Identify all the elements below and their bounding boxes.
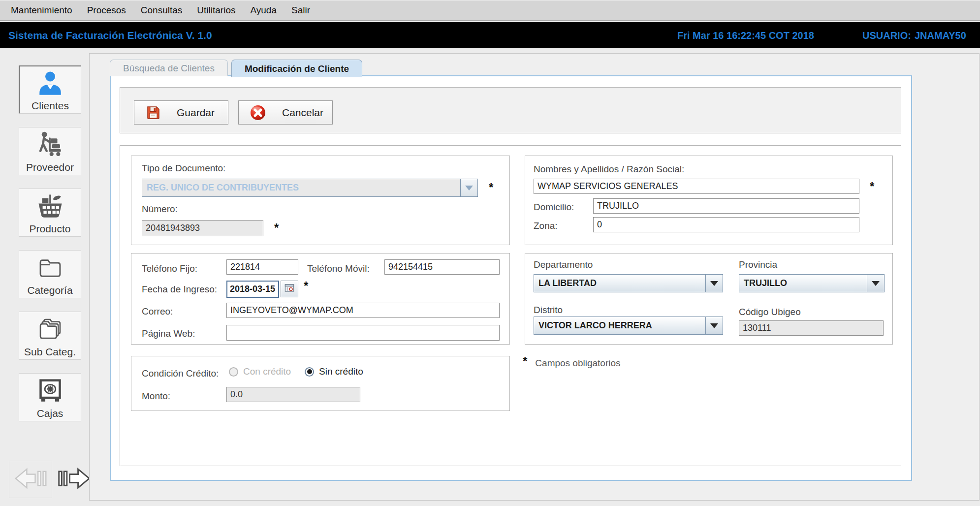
provincia-label: Provincia xyxy=(739,259,777,270)
nav-previous-button xyxy=(9,461,52,498)
radio-con-credito-label: Con crédito xyxy=(243,366,291,377)
monto-label: Monto: xyxy=(142,391,170,402)
distrito-value: VICTOR LARCO HERRERA xyxy=(534,317,705,334)
provincia-value: TRUJILLO xyxy=(739,275,867,292)
user-label: USUARIO: xyxy=(862,30,911,41)
telefono-fijo-field[interactable] xyxy=(226,259,298,275)
group-documento: Tipo de Documento: REG. UNICO DE CONTRIB… xyxy=(131,156,510,245)
codigo-ubigeo-label: Código Ubigeo xyxy=(739,307,801,317)
chevron-down-icon[interactable] xyxy=(705,275,723,292)
departamento-select[interactable]: LA LIBERTAD xyxy=(534,274,723,292)
condicion-credito-label: Condición Crédito: xyxy=(142,368,219,379)
correo-label: Correo: xyxy=(142,306,173,317)
group-identidad: Nombres y Apellidos / Razón Social: * Do… xyxy=(525,156,893,245)
required-asterisk: * xyxy=(489,181,493,194)
title-bar: Sistema de Facturación Electrónica V. 1.… xyxy=(0,22,980,48)
menu-item-ayuda[interactable]: Ayuda xyxy=(250,5,277,16)
correo-field[interactable] xyxy=(226,303,500,318)
sidebar-item-clientes[interactable]: Clientes xyxy=(19,65,81,114)
departamento-label: Departamento xyxy=(534,259,593,270)
sidebar-item-label: Sub Categ. xyxy=(24,347,76,357)
group-contacto: Teléfono Fijo: Teléfono Móvil: Fecha de … xyxy=(131,253,510,345)
menu-bar: Mantenimiento Procesos Consultas Utilita… xyxy=(0,0,980,21)
radio-off-icon xyxy=(229,367,238,377)
menu-item-procesos[interactable]: Procesos xyxy=(87,5,126,16)
sidebar-item-subcateg[interactable]: Sub Categ. xyxy=(19,312,81,360)
user-name: JNAMAY50 xyxy=(915,30,966,41)
safe-icon xyxy=(36,377,64,407)
sidebar-item-label: Cajas xyxy=(37,408,63,418)
sidebar-item-label: Proveedor xyxy=(26,162,74,172)
numero-label: Número: xyxy=(142,204,178,215)
arrow-right-icon xyxy=(57,464,92,495)
provincia-select[interactable]: TRUJILLO xyxy=(739,274,885,292)
app-title: Sistema de Facturación Electrónica V. 1.… xyxy=(8,30,212,41)
radio-on-icon xyxy=(305,367,314,377)
sidebar-item-proveedor[interactable]: Proveedor xyxy=(19,127,81,175)
floppy-disk-icon xyxy=(145,105,161,121)
razon-social-field[interactable] xyxy=(534,179,859,194)
fecha-ingreso-label: Fecha de Ingreso: xyxy=(142,284,217,295)
folders-icon xyxy=(36,315,64,346)
razon-social-label: Nombres y Apellidos / Razón Social: xyxy=(534,164,684,175)
sidebar-item-label: Categoría xyxy=(27,285,72,295)
pagina-web-field[interactable] xyxy=(226,325,500,341)
chevron-down-icon xyxy=(460,179,477,196)
chevron-down-icon[interactable] xyxy=(867,275,884,292)
required-asterisk: * xyxy=(870,180,874,193)
tipo-documento-label: Tipo de Documento: xyxy=(142,163,225,174)
save-button-label: Guardar xyxy=(177,107,215,119)
required-asterisk: * xyxy=(304,279,308,293)
menu-item-consultas[interactable]: Consultas xyxy=(141,5,183,16)
domicilio-label: Domicilio: xyxy=(534,202,574,213)
supplier-cart-icon xyxy=(36,130,64,161)
tab-strip: Búsqueda de Clientes Modificación de Cli… xyxy=(110,60,362,77)
domicilio-field[interactable] xyxy=(593,198,859,214)
group-credito: Condición Crédito: Con crédito Sin crédi… xyxy=(131,356,510,411)
departamento-value: LA LIBERTAD xyxy=(534,275,705,292)
calendar-picker-button[interactable] xyxy=(281,281,298,297)
sidebar-item-cajas[interactable]: Cajas xyxy=(19,373,81,421)
required-fields-note: * Campos obligatorios xyxy=(523,356,621,369)
save-button[interactable]: Guardar xyxy=(134,100,228,125)
arrow-left-icon xyxy=(13,464,48,495)
required-note-text: Campos obligatorios xyxy=(535,356,620,369)
tab-modificacion-cliente[interactable]: Modificación de Cliente xyxy=(231,60,362,77)
zona-label: Zona: xyxy=(534,221,558,231)
person-icon xyxy=(36,69,64,100)
telefono-movil-label: Teléfono Móvil: xyxy=(307,263,370,274)
codigo-ubigeo-field xyxy=(739,320,884,336)
required-asterisk: * xyxy=(523,356,527,366)
fecha-ingreso-field[interactable] xyxy=(226,281,279,298)
cancel-button[interactable]: Cancelar xyxy=(238,100,333,125)
chevron-down-icon[interactable] xyxy=(705,317,723,334)
sidebar-item-label: Producto xyxy=(29,223,70,234)
nav-next-button[interactable] xyxy=(55,461,94,498)
cancel-circle-icon xyxy=(250,104,266,121)
menu-item-mantenimiento[interactable]: Mantenimiento xyxy=(11,5,72,16)
tipo-documento-value: REG. UNICO DE CONTRIBUYENTES xyxy=(142,179,460,196)
tab-content-modificacion: Guardar xyxy=(110,75,912,481)
telefono-movil-field[interactable] xyxy=(384,259,500,275)
zona-field[interactable] xyxy=(593,217,859,232)
main-panel: Búsqueda de Clientes Modificación de Cli… xyxy=(89,53,980,501)
sidebar-item-producto[interactable]: Producto xyxy=(19,189,81,237)
menu-item-utilitarios[interactable]: Utilitarios xyxy=(197,5,235,16)
radio-sin-credito-label: Sin crédito xyxy=(319,366,363,377)
sidebar-item-label: Clientes xyxy=(32,100,69,111)
tab-busqueda-clientes[interactable]: Búsqueda de Clientes xyxy=(110,60,228,76)
cancel-button-label: Cancelar xyxy=(282,107,323,119)
required-asterisk: * xyxy=(274,221,279,235)
sidebar-item-categoria[interactable]: Categoría xyxy=(19,250,81,298)
toolbar-panel: Guardar xyxy=(120,87,901,133)
folder-icon xyxy=(36,253,64,284)
distrito-select[interactable]: VICTOR LARCO HERRERA xyxy=(534,316,723,335)
form-panel: Tipo de Documento: REG. UNICO DE CONTRIB… xyxy=(120,145,901,466)
group-ubicacion: Departamento LA LIBERTAD Provincia TRUJI… xyxy=(525,253,893,345)
menu-item-salir[interactable]: Salir xyxy=(291,5,310,16)
distrito-label: Distrito xyxy=(534,305,563,316)
radio-sin-credito[interactable]: Sin crédito xyxy=(305,366,363,377)
calendar-icon xyxy=(284,283,295,295)
datetime-label: Fri Mar 16 16:22:45 COT 2018 xyxy=(677,30,814,41)
tipo-documento-select: REG. UNICO DE CONTRIBUYENTES xyxy=(142,179,478,197)
